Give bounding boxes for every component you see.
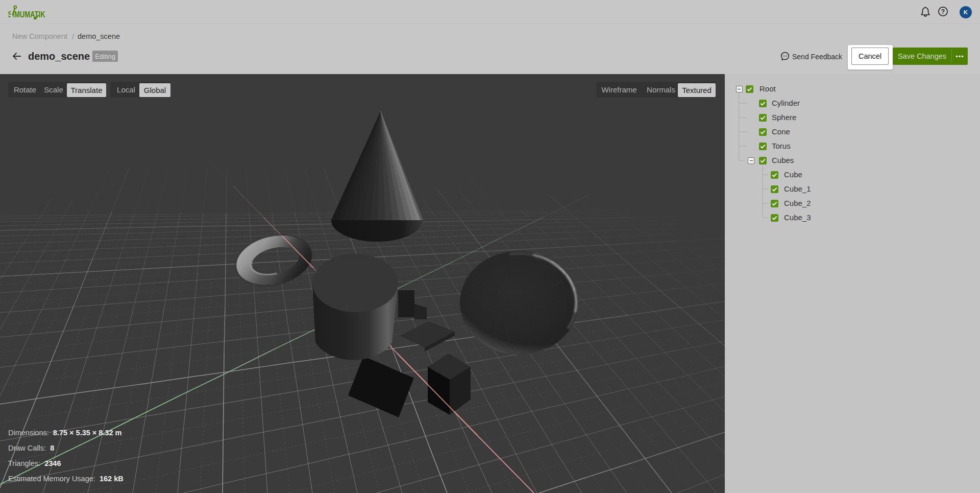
svg-text:?: ? xyxy=(941,8,945,15)
